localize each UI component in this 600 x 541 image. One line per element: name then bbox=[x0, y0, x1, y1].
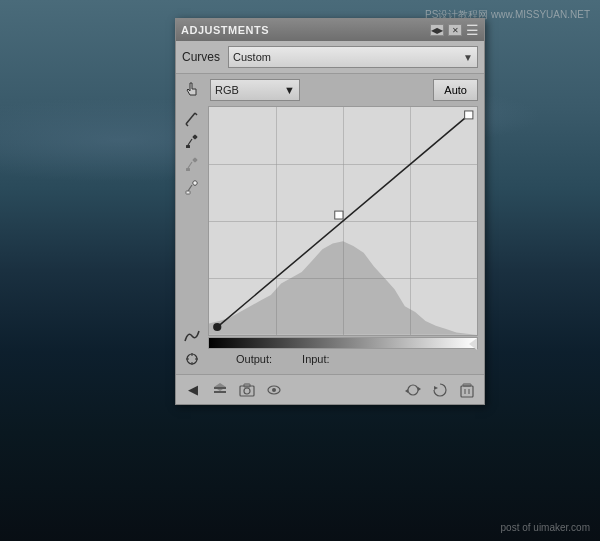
curves-view-icon[interactable] bbox=[182, 326, 202, 346]
adjustments-panel: ADJUSTMENTS ◀▶ ✕ ☰ Curves Custom ▼ RGB ▼ bbox=[175, 18, 485, 405]
panel-menu-button[interactable]: ☰ bbox=[466, 22, 479, 38]
svg-point-19 bbox=[213, 323, 221, 331]
svg-rect-5 bbox=[186, 145, 190, 148]
eyedropper-gray-icon[interactable] bbox=[182, 154, 202, 174]
preset-dropdown-arrow: ▼ bbox=[463, 52, 473, 63]
svg-rect-18 bbox=[335, 211, 343, 219]
refresh-icon[interactable] bbox=[429, 379, 451, 401]
back-button[interactable]: ◀ bbox=[182, 379, 204, 401]
target-adjust-icon[interactable] bbox=[182, 349, 202, 369]
svg-marker-30 bbox=[405, 389, 408, 393]
layer-icon[interactable] bbox=[209, 379, 231, 401]
eyedropper-white-icon[interactable] bbox=[182, 177, 202, 197]
auto-button[interactable]: Auto bbox=[433, 79, 478, 101]
panel-collapse-button[interactable]: ◀▶ bbox=[430, 24, 444, 36]
svg-line-10 bbox=[188, 185, 192, 191]
svg-rect-6 bbox=[192, 157, 198, 163]
curves-line bbox=[209, 107, 477, 335]
panel-body: RGB ▼ Auto bbox=[176, 74, 484, 374]
camera-icon[interactable] bbox=[236, 379, 258, 401]
curves-canvas-wrapper: Output: Input: bbox=[208, 106, 478, 369]
left-tools bbox=[182, 106, 204, 369]
svg-point-25 bbox=[244, 388, 250, 394]
svg-rect-35 bbox=[463, 384, 471, 386]
curves-canvas[interactable] bbox=[208, 106, 478, 336]
svg-line-0 bbox=[186, 113, 195, 124]
svg-line-4 bbox=[188, 139, 192, 145]
watermark-bottom: post of uimaker.com bbox=[501, 522, 590, 533]
svg-rect-32 bbox=[461, 386, 473, 397]
channel-value: RGB bbox=[215, 84, 239, 96]
panel-toolbar: ◀ bbox=[176, 374, 484, 404]
panel-controls: ◀▶ ✕ ☰ bbox=[430, 22, 479, 38]
panel-header: Curves Custom ▼ bbox=[176, 41, 484, 74]
white-point-slider[interactable] bbox=[469, 338, 477, 350]
eye-icon[interactable] bbox=[263, 379, 285, 401]
cursor-tool-icon[interactable] bbox=[182, 79, 204, 101]
panel-title: ADJUSTMENTS bbox=[181, 24, 269, 36]
channel-dropdown[interactable]: RGB ▼ bbox=[210, 79, 300, 101]
channel-dropdown-arrow: ▼ bbox=[284, 84, 295, 96]
output-input-row: Output: Input: bbox=[208, 349, 478, 369]
svg-marker-31 bbox=[434, 386, 438, 390]
output-label: Output: bbox=[236, 353, 272, 365]
delete-icon[interactable] bbox=[456, 379, 478, 401]
svg-line-1 bbox=[195, 113, 197, 115]
preset-dropdown[interactable]: Custom ▼ bbox=[228, 46, 478, 68]
pencil-tool-icon[interactable] bbox=[182, 108, 202, 128]
curves-area-wrapper: Output: Input: bbox=[182, 106, 478, 369]
curves-top-row: RGB ▼ Auto bbox=[182, 79, 478, 101]
panel-close-button[interactable]: ✕ bbox=[448, 24, 462, 36]
preset-value: Custom bbox=[233, 51, 271, 63]
svg-rect-8 bbox=[186, 168, 190, 171]
svg-point-28 bbox=[272, 388, 276, 392]
svg-line-2 bbox=[186, 124, 188, 126]
eyedropper-black-icon[interactable] bbox=[182, 131, 202, 151]
svg-rect-22 bbox=[214, 391, 226, 393]
svg-rect-20 bbox=[465, 111, 473, 119]
svg-line-7 bbox=[188, 162, 192, 168]
svg-rect-9 bbox=[192, 180, 198, 186]
sync-icon[interactable] bbox=[402, 379, 424, 401]
input-label: Input: bbox=[302, 353, 330, 365]
panel-titlebar: ADJUSTMENTS ◀▶ ✕ ☰ bbox=[176, 19, 484, 41]
svg-marker-23 bbox=[214, 383, 226, 391]
svg-rect-11 bbox=[186, 191, 190, 194]
svg-rect-3 bbox=[192, 134, 198, 140]
gradient-bar bbox=[208, 337, 478, 349]
curves-label: Curves bbox=[182, 50, 220, 64]
svg-line-17 bbox=[217, 115, 469, 327]
